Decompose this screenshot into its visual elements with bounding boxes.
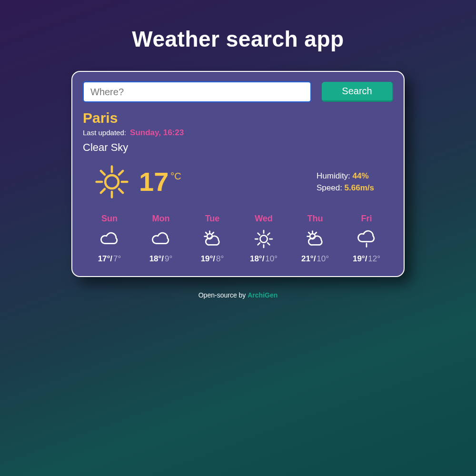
forecast-hi: 19°/ xyxy=(353,254,367,263)
city-name: Paris xyxy=(83,110,393,126)
forecast-temps: 17°/7° xyxy=(98,254,121,264)
svg-line-26 xyxy=(308,232,310,234)
wind-value: 5.66m/s xyxy=(345,183,374,192)
humidity-label: Humidity: xyxy=(317,171,350,180)
forecast-hi: 21°/ xyxy=(301,254,316,263)
svg-line-22 xyxy=(268,233,269,235)
forecast-day: Sun17°/7° xyxy=(86,214,133,264)
svg-point-14 xyxy=(260,235,267,242)
sun-icon xyxy=(94,164,129,199)
svg-line-20 xyxy=(268,243,269,245)
svg-line-6 xyxy=(119,189,123,193)
svg-line-7 xyxy=(101,189,105,193)
svg-line-5 xyxy=(101,171,105,175)
forecast-temps: 18°/9° xyxy=(149,254,173,264)
forecast-temps: 19°/12° xyxy=(353,254,380,264)
rain-icon xyxy=(356,228,377,249)
last-updated-label: Last updated: xyxy=(83,129,126,137)
humidity-value: 44% xyxy=(353,171,369,180)
footer: Open-source by ArchiGen xyxy=(198,291,278,299)
temperature-value: 17 xyxy=(139,169,169,195)
forecast-row: Sun17°/7°Mon18°/9°Tue19°/8°Wed18°/10°Thu… xyxy=(83,214,393,264)
forecast-day-label: Tue xyxy=(205,214,220,224)
forecast-lo: 9° xyxy=(165,254,172,263)
search-input[interactable] xyxy=(83,81,311,102)
svg-line-8 xyxy=(119,171,123,175)
temperature: 17 °C xyxy=(139,169,181,195)
forecast-hi: 18°/ xyxy=(149,254,164,263)
forecast-day: Wed18°/10° xyxy=(240,214,288,264)
forecast-day-label: Mon xyxy=(152,214,170,224)
forecast-lo: 7° xyxy=(113,254,121,263)
forecast-hi: 19°/ xyxy=(201,254,215,263)
forecast-day: Mon18°/9° xyxy=(137,214,185,264)
footer-text: Open-source by xyxy=(198,291,248,299)
condition-text: Clear Sky xyxy=(83,141,393,154)
wind-label: Speed: xyxy=(317,183,342,192)
forecast-temps: 18°/10° xyxy=(250,254,278,264)
forecast-hi: 17°/ xyxy=(98,254,112,263)
sun-cloud-icon xyxy=(202,228,223,249)
weather-card: Search Paris Last updated: Sunday, 16:23… xyxy=(71,71,405,277)
forecast-hi: 18°/ xyxy=(250,254,264,263)
sun-cloud-icon xyxy=(305,228,326,249)
forecast-lo: 10° xyxy=(317,254,329,263)
forecast-lo: 8° xyxy=(216,254,224,263)
svg-line-12 xyxy=(206,232,207,234)
forecast-day: Thu21°/10° xyxy=(291,214,339,264)
forecast-day-label: Sun xyxy=(101,214,118,224)
cloud-icon xyxy=(99,228,120,249)
svg-point-0 xyxy=(105,175,119,188)
forecast-day-label: Wed xyxy=(255,214,273,224)
forecast-day: Tue19°/8° xyxy=(188,214,236,264)
current-conditions: 17 °C Humidity: 44% Speed: 5.66m/s xyxy=(83,164,393,199)
temperature-unit: °C xyxy=(170,171,181,181)
last-updated-value: Sunday, 16:23 xyxy=(130,128,184,137)
svg-line-21 xyxy=(258,243,260,245)
forecast-day: Fri19°/12° xyxy=(343,214,390,264)
forecast-lo: 10° xyxy=(265,254,278,263)
footer-link[interactable]: ArchiGen xyxy=(248,291,278,299)
search-button[interactable]: Search xyxy=(322,82,393,102)
forecast-lo: 12° xyxy=(368,254,380,263)
forecast-temps: 19°/8° xyxy=(201,254,224,264)
search-row: Search xyxy=(83,81,393,102)
forecast-day-label: Fri xyxy=(361,214,372,224)
cloud-icon xyxy=(150,228,171,249)
forecast-temps: 21°/10° xyxy=(301,254,329,264)
svg-line-13 xyxy=(212,232,214,234)
svg-line-27 xyxy=(315,232,317,234)
page-title: Weather search app xyxy=(132,26,344,52)
last-updated: Last updated: Sunday, 16:23 xyxy=(83,128,393,138)
sun-icon xyxy=(253,228,274,249)
forecast-day-label: Thu xyxy=(307,214,323,224)
svg-line-19 xyxy=(258,233,260,235)
current-metrics: Humidity: 44% Speed: 5.66m/s xyxy=(317,170,374,194)
